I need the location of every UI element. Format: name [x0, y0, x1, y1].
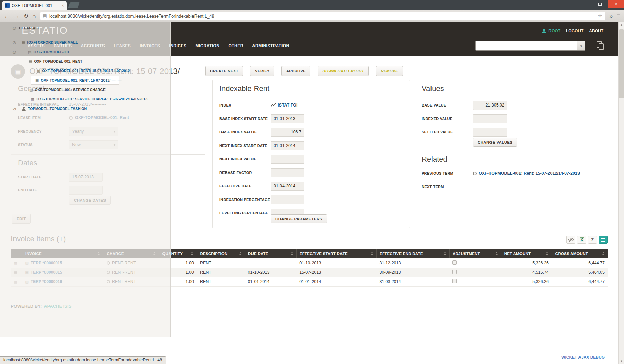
logout-link[interactable]: LOGOUT — [566, 29, 583, 33]
clear-all-label[interactable]: CLEAR ALL — [19, 26, 40, 30]
bookmark-party-link[interactable]: TOPMODEL-TOPMODEL FASHION — [28, 107, 87, 111]
scrollbar-thumb[interactable] — [619, 29, 624, 98]
bookmark-property-link[interactable]: [OXF] OXFORD SUPER MALL — [27, 40, 78, 44]
bookmark-lease-link[interactable]: OXF-TOPMODEL-001 — [33, 50, 69, 54]
column-header-gross-amount[interactable]: GROSS AMOUNT — [552, 249, 608, 258]
bookmark-term-link[interactable]: OXF-TOPMODEL-001: RENT: 15-07-2011/14-07… — [42, 69, 130, 73]
wicket-ajax-debug-button[interactable]: WICKET AJAX DEBUG — [558, 354, 608, 361]
scroll-up-arrow[interactable]: ▲ — [619, 22, 624, 28]
forward-button[interactable]: → — [14, 13, 20, 19]
address-bar[interactable]: ▤ localhost:8080/wicket/entity/org.estat… — [40, 12, 605, 20]
indexation-percentage-field[interactable] — [271, 195, 304, 204]
indexed-value-field[interactable] — [473, 114, 507, 123]
bookmark-service-charge-link[interactable]: OXF-TOPMODEL-001: SERVICE CHARGE — [35, 88, 106, 92]
base-value-field[interactable]: 21,305.02 — [473, 101, 507, 110]
clear-bookmark-icon[interactable]: ⊘ — [12, 50, 16, 54]
bookmark-lease-item-link[interactable]: OXF-TOPMODEL-001: RENT — [34, 59, 82, 63]
bookmark-lease[interactable]: ⊘ ▤ OXF-TOPMODEL-001 — [0, 48, 171, 56]
window-minimize-button[interactable] — [577, 0, 592, 8]
hide-columns-eye-icon[interactable] — [566, 236, 575, 244]
window-close-button[interactable]: × — [608, 0, 624, 8]
back-button[interactable]: ← — [4, 13, 10, 19]
column-header-effective-end-date[interactable]: EFFECTIVE END DATE — [377, 249, 450, 258]
values-panel: Values BASE VALUE 21,305.02 INDEXED VALU… — [415, 80, 612, 149]
next-index-start-date-label: NEXT INDEX START DATE — [219, 144, 271, 148]
vertical-scrollbar[interactable]: ▲ ▼ — [618, 22, 624, 364]
bookmark-lease-item-rent[interactable]: ▤ OXF-TOPMODEL-001: RENT — [0, 57, 171, 66]
bookmark-party[interactable]: ⊘ TOPMODEL-TOPMODEL FASHION — [0, 104, 171, 113]
clear-bookmark-icon[interactable]: ⊘ — [12, 107, 16, 111]
sum-sigma-icon[interactable]: Σ — [588, 236, 597, 244]
browser-tab[interactable]: OXF-TOPMODEL-001 × — [2, 1, 67, 10]
term-icon: ▦ — [31, 97, 34, 101]
approve-button[interactable]: APPROVE — [281, 66, 311, 76]
change-values-button[interactable]: CHANGE VALUES — [473, 138, 517, 147]
clear-all-icon[interactable]: ⊘ — [12, 26, 16, 30]
remove-button[interactable]: REMOVE — [376, 66, 403, 76]
nav-indices[interactable]: INDICES — [169, 43, 186, 48]
next-index-start-date-field[interactable]: 01-01-2014 — [271, 141, 304, 150]
copy-icon[interactable] — [597, 41, 605, 51]
nav-other[interactable]: OTHER — [228, 43, 243, 48]
tab-close-icon[interactable]: × — [61, 3, 64, 8]
lease-item-icon: ▤ — [29, 59, 32, 64]
sort-icon[interactable] — [546, 252, 548, 255]
refresh-button[interactable]: ↻ — [24, 13, 28, 19]
bookmark-property[interactable]: ⊘ ▦ [OXF] OXFORD SUPER MALL — [0, 38, 171, 47]
settled-value-label: SETTLED VALUE — [422, 130, 473, 134]
window-maximize-button[interactable] — [592, 0, 608, 8]
column-header-adjustment[interactable]: ADJUSTMENT — [449, 249, 501, 258]
browser-menu-icon[interactable]: ≡ — [617, 13, 620, 19]
bookmark-lease-item-service-charge[interactable]: ▤ OXF-TOPMODEL-001: SERVICE CHARGE — [0, 85, 171, 94]
sort-icon[interactable] — [370, 252, 373, 255]
sort-icon[interactable] — [602, 252, 605, 255]
browser-tabstrip: OXF-TOPMODEL-001 × × — [0, 0, 624, 10]
verify-button[interactable]: VERIFY — [250, 66, 274, 76]
nav-migration[interactable]: MIGRATION — [195, 43, 219, 48]
adjustment-checkbox[interactable] — [452, 279, 457, 283]
sort-icon[interactable] — [444, 252, 446, 255]
rebase-factor-field[interactable] — [271, 168, 304, 177]
column-header-effective-start-date[interactable]: EFFECTIVE START DATE — [296, 249, 376, 258]
index-link[interactable]: ISTAT FOI — [271, 103, 298, 108]
about-link[interactable]: ABOUT — [589, 29, 603, 33]
change-parameters-button[interactable]: CHANGE PARAMETERS — [271, 214, 327, 223]
base-index-value-field[interactable]: 106.7 — [271, 128, 304, 137]
bookmark-clear-all[interactable]: ⊘ CLEAR ALL — [0, 24, 171, 32]
adjustment-checkbox[interactable] — [452, 260, 457, 265]
sort-icon[interactable] — [291, 252, 293, 255]
bookmark-term-current-link[interactable]: OXF-TOPMODEL-001: RENT: 15-07-2013/-----… — [41, 78, 122, 82]
effective-date-field[interactable]: 01-04-2014 — [271, 182, 304, 191]
select-dropdown-arrow-icon[interactable]: ▾ — [577, 41, 585, 50]
bookmark-term-previous[interactable]: ▦ OXF-TOPMODEL-001: RENT: 15-07-2011/14-… — [0, 66, 171, 75]
home-button[interactable]: ⌂ — [32, 13, 36, 19]
column-header-net-amount[interactable]: NET AMOUNT — [501, 249, 552, 258]
user-name[interactable]: ROOT — [548, 29, 560, 33]
previous-term-link[interactable]: OXF-TOPMODEL-001: Rent: 15-07-2012/14-07… — [473, 171, 580, 176]
sort-icon[interactable] — [239, 252, 242, 255]
base-index-start-date-field[interactable]: 01-01-2013 — [271, 114, 304, 123]
bookmark-service-charge-term-link[interactable]: OXF-TOPMODEL-001: SERVICE CHARGE: 15-07-… — [36, 97, 147, 101]
values-title: Values — [422, 84, 444, 93]
bookmark-term-current[interactable]: ▦ OXF-TOPMODEL-001: RENT: 15-07-2013/---… — [31, 76, 119, 85]
settled-value-field[interactable] — [473, 128, 507, 137]
scroll-down-arrow[interactable]: ▼ — [619, 358, 624, 364]
clear-bookmark-icon[interactable]: ⊘ — [12, 40, 16, 45]
lease-item-icon: ▤ — [29, 88, 33, 92]
create-next-button[interactable]: CREATE NEXT — [205, 66, 243, 76]
new-tab-button[interactable] — [68, 2, 80, 8]
column-header-due-date[interactable]: DUE DATE — [245, 249, 297, 258]
bookmark-term-service-charge[interactable]: ▦ OXF-TOPMODEL-001: SERVICE CHARGE: 15-0… — [0, 95, 171, 103]
column-header-description[interactable]: DESCRIPTION — [197, 249, 245, 258]
list-view-icon[interactable] — [599, 236, 608, 244]
next-index-value-field[interactable] — [271, 155, 304, 164]
sort-icon[interactable] — [495, 252, 498, 255]
download-layout-button[interactable]: DOWNLOAD LAYOUT — [318, 66, 369, 76]
excel-export-icon[interactable]: X — [577, 236, 586, 244]
bookmark-star-icon[interactable]: ☆ — [598, 13, 602, 19]
adjustment-checkbox[interactable] — [452, 270, 457, 274]
sort-icon[interactable] — [191, 252, 194, 255]
object-search-select[interactable]: ▾ — [475, 41, 585, 51]
nav-administration[interactable]: ADMINISTRATION — [252, 43, 289, 48]
overflow-chevron-icon[interactable]: » — [610, 13, 613, 19]
